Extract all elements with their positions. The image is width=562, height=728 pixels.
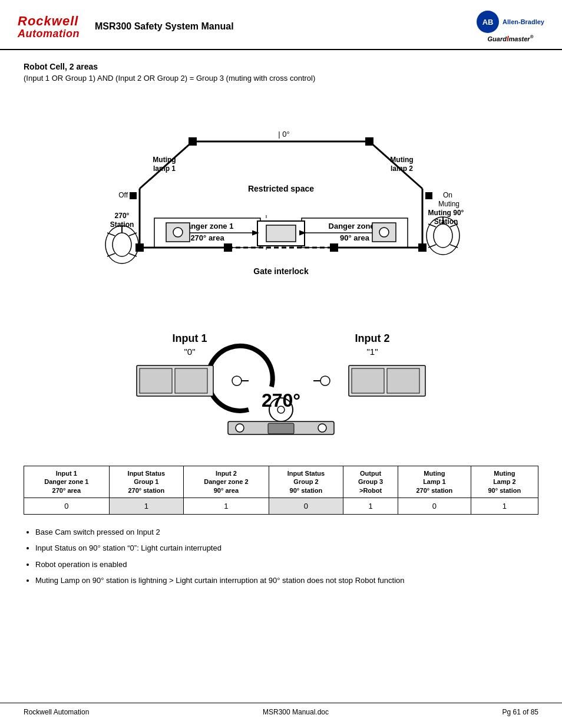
svg-point-38 <box>173 228 183 237</box>
90-station-label: Muting 90° <box>428 209 464 217</box>
allen-bradley-text: Allen-Bradley <box>503 18 544 25</box>
col-muting2: Muting Lamp 2 90° station <box>471 466 538 498</box>
section-title: Robot Cell, 2 areas <box>24 62 538 71</box>
table-header-row: Input 1 Danger zone 1 270° area Input St… <box>24 466 538 498</box>
angle-270-label: 270° <box>262 390 300 411</box>
svg-point-54 <box>236 424 244 432</box>
svg-rect-49 <box>352 368 384 393</box>
table-row: 0110101 <box>24 498 538 514</box>
muting-label-right: Muting <box>438 200 459 208</box>
svg-rect-50 <box>387 368 419 393</box>
gate-interlock-label: Gate interlock <box>253 266 309 276</box>
muting-lamp2-label2: lamp 2 <box>391 164 413 173</box>
table-cell: 1 <box>184 498 269 514</box>
main-content: Robot Cell, 2 areas (Input 1 OR Group 1)… <box>0 50 562 603</box>
90-area-label: 90° area <box>340 233 370 242</box>
svg-rect-15 <box>425 192 432 199</box>
svg-rect-10 <box>135 243 144 252</box>
table-cell: 0 <box>24 498 110 514</box>
col-output: Output Group 3 >Robot <box>343 466 398 498</box>
svg-point-40 <box>379 228 389 237</box>
input-diagram: Input 1 "0" Input 2 "1" 270° <box>24 324 538 448</box>
robot-cell-diagram: Restricted space | 0° Muting lamp 1 Muti… <box>24 94 538 307</box>
restricted-space-label: Restricted space <box>248 184 314 193</box>
svg-point-24 <box>434 224 452 248</box>
footer-right: Pg 61 of 85 <box>503 708 538 716</box>
ab-circle-icon: AB <box>477 11 499 33</box>
footer-left: Rockwell Automation <box>24 708 89 716</box>
section-subtitle: (Input 1 OR Group 1) AND (Input 2 OR Gro… <box>24 74 538 83</box>
svg-rect-9 <box>365 137 373 146</box>
status-table: Input 1 Danger zone 1 270° area Input St… <box>24 466 538 515</box>
page-footer: Rockwell Automation MSR300 Manual.doc Pg… <box>0 703 562 716</box>
svg-rect-56 <box>268 423 294 434</box>
table-cell: 0 <box>398 498 471 514</box>
muting-lamp1-label: Muting <box>153 156 176 164</box>
input1-value: "0" <box>184 347 196 357</box>
table-cell: 0 <box>269 498 343 514</box>
270-station-label: 270° <box>115 212 130 220</box>
svg-rect-11 <box>418 243 427 252</box>
svg-rect-8 <box>189 137 197 146</box>
input2-title: Input 2 <box>355 332 390 344</box>
on-label: On <box>443 191 452 199</box>
automation-text: Automation <box>18 28 80 40</box>
logo-area: Rockwell Automation MSR300 Safety System… <box>18 14 234 40</box>
list-item: Base Cam switch pressed on Input 2 <box>35 526 538 538</box>
muting-lamp2-label: Muting <box>390 156 413 164</box>
svg-point-46 <box>232 376 242 386</box>
rockwell-text: Rockwell <box>18 14 80 28</box>
rockwell-logo: Rockwell Automation <box>18 14 80 40</box>
svg-point-51 <box>320 376 330 386</box>
guardmaster-i-icon: I <box>507 34 509 43</box>
muting-lamp1-label2: lamp 1 <box>153 164 176 173</box>
guardmaster-text: GuardImaster® <box>488 34 534 43</box>
col-muting1: Muting Lamp 1 270° station <box>398 466 471 498</box>
svg-rect-14 <box>130 192 137 199</box>
manual-title: MSR300 Safety System Manual <box>95 21 234 32</box>
input2-value: "1" <box>367 347 378 357</box>
svg-rect-34 <box>266 225 296 242</box>
svg-point-17 <box>113 233 131 256</box>
page-header: Rockwell Automation MSR300 Safety System… <box>0 0 562 50</box>
col-status2: Input Status Group 2 90° station <box>269 466 343 498</box>
list-item: Input Status on 90° station “0”: Light c… <box>35 542 538 554</box>
col-status1: Input Status Group 1 270° station <box>109 466 183 498</box>
robot-cell-svg: Restricted space | 0° Muting lamp 1 Muti… <box>75 94 487 307</box>
svg-rect-45 <box>175 368 207 393</box>
table-cell: 1 <box>343 498 398 514</box>
off-label: Off <box>118 191 128 199</box>
input1-title: Input 1 <box>173 332 207 344</box>
input-diagram-svg: Input 1 "0" Input 2 "1" 270° <box>104 324 458 448</box>
svg-rect-44 <box>140 368 172 393</box>
col-input2: Input 2 Danger zone 2 90° area <box>184 466 269 498</box>
bullet-list: Base Cam switch pressed on Input 2Input … <box>35 526 538 587</box>
svg-point-55 <box>318 424 326 432</box>
list-item: Robot operation is enabled <box>35 559 538 571</box>
list-item: Muting Lamp on 90° station is lightning … <box>35 575 538 587</box>
col-input1: Input 1 Danger zone 1 270° area <box>24 466 110 498</box>
table-cell: 1 <box>109 498 183 514</box>
footer-center: MSR300 Manual.doc <box>263 708 329 716</box>
270-area-label: 270° area <box>190 233 224 242</box>
zero-deg-label: | 0° <box>278 130 289 139</box>
table-cell: 1 <box>471 498 538 514</box>
ab-logo-area: AB Allen-Bradley GuardImaster® <box>477 11 544 43</box>
